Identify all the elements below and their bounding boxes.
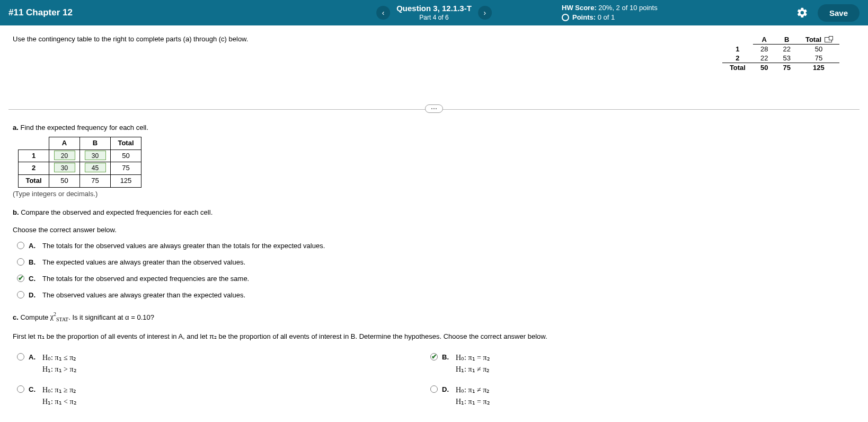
option-text: The totals for the observed and expected… bbox=[42, 274, 249, 285]
part-c-options: A.H₀: π₁ ≤ π₂H₁: π₁ > π₂ C.H₀: π₁ ≥ π₂H₁… bbox=[17, 347, 855, 414]
input-cell-1b: 30 bbox=[85, 151, 106, 160]
input-cell-2b: 45 bbox=[85, 163, 106, 172]
option-b[interactable]: B.The expected values are always greater… bbox=[17, 257, 855, 268]
exp-row1: 1 bbox=[19, 150, 49, 162]
part-b-choose: Choose the correct answer below. bbox=[13, 225, 855, 236]
table-cell[interactable]: 20 bbox=[49, 150, 80, 162]
gear-icon[interactable] bbox=[796, 7, 808, 19]
option-d[interactable]: D.H₀: π₁ ≠ π₂H₁: π₁ = π₂ bbox=[430, 384, 812, 408]
option-c[interactable]: C.H₀: π₁ ≥ π₂H₁: π₁ < π₂ bbox=[17, 384, 398, 408]
ct-row2: 2 bbox=[722, 54, 753, 63]
option-text: H₀: π₁ ≤ π₂H₁: π₁ > π₂ bbox=[42, 352, 77, 376]
table-cell[interactable]: 45 bbox=[80, 162, 111, 175]
table-cell: 75 bbox=[111, 162, 141, 175]
part-a-label: a. bbox=[13, 124, 19, 131]
input-cell-2a: 30 bbox=[54, 163, 75, 172]
part-c-pre: Compute bbox=[20, 313, 50, 321]
save-button[interactable]: Save bbox=[818, 4, 860, 22]
ct-col-b: B bbox=[775, 35, 798, 45]
radio-icon[interactable] bbox=[17, 353, 24, 361]
question-part: Part 4 of 6 bbox=[396, 14, 472, 22]
part-b-label: b. bbox=[13, 208, 19, 216]
part-c-post: . Is it significant at α = 0.10? bbox=[68, 313, 154, 321]
question-nav: ‹ Question 3, 12.1.3-T Part 4 of 6 › bbox=[376, 3, 492, 22]
ct-col-total: Total bbox=[798, 35, 839, 45]
part-c-label: c. bbox=[13, 313, 19, 321]
table-cell: 50 bbox=[49, 175, 80, 188]
ct-row-total: Total bbox=[722, 63, 753, 73]
radio-icon[interactable] bbox=[17, 258, 24, 266]
radio-icon[interactable] bbox=[17, 385, 24, 393]
part-c-hypotheses-prompt: First let π₁ be the proportion of all ev… bbox=[13, 331, 855, 342]
option-text: The observed values are always greater t… bbox=[42, 290, 245, 301]
exp-row-total: Total bbox=[19, 175, 49, 188]
radio-icon[interactable] bbox=[17, 242, 24, 249]
points-value: 0 of 1 bbox=[598, 13, 615, 21]
section-divider bbox=[8, 109, 860, 110]
table-cell: 50 bbox=[798, 45, 839, 54]
option-b[interactable]: B.H₀: π₁ = π₂H₁: π₁ ≠ π₂ bbox=[430, 352, 812, 376]
ct-col-a: A bbox=[753, 35, 775, 45]
more-icon[interactable] bbox=[425, 104, 443, 113]
hw-score-value: 20%, 2 of 10 points bbox=[598, 4, 657, 12]
table-cell: 22 bbox=[775, 45, 798, 54]
option-a[interactable]: A.H₀: π₁ ≤ π₂H₁: π₁ > π₂ bbox=[17, 352, 398, 376]
table-cell[interactable]: 30 bbox=[49, 162, 80, 175]
app-header: #11 Chapter 12 ‹ Question 3, 12.1.3-T Pa… bbox=[0, 0, 868, 25]
hw-score-label: HW Score: bbox=[562, 4, 597, 12]
prompt-row: Use the contingency table to the right t… bbox=[13, 35, 855, 72]
part-a-hint: (Type integers or decimals.) bbox=[13, 189, 855, 200]
points-icon bbox=[562, 14, 569, 21]
exp-row2: 2 bbox=[19, 162, 49, 175]
part-b-options: A.The totals for the observed values are… bbox=[17, 241, 855, 301]
score-block: HW Score: 20%, 2 of 10 points Points: 0 … bbox=[562, 3, 658, 22]
option-a[interactable]: A.The totals for the observed values are… bbox=[17, 241, 855, 252]
option-text: The totals for the observed values are a… bbox=[42, 241, 325, 252]
option-text: The expected values are always greater t… bbox=[42, 257, 245, 268]
option-d[interactable]: D.The observed values are always greater… bbox=[17, 290, 855, 301]
table-cell: 125 bbox=[111, 175, 141, 188]
table-cell: 75 bbox=[80, 175, 111, 188]
part-a: a. Find the expected frequency for each … bbox=[13, 122, 855, 200]
chi-stat-symbol: χ2STAT bbox=[50, 313, 68, 321]
radio-icon[interactable] bbox=[17, 291, 24, 298]
next-question-button[interactable]: › bbox=[478, 6, 492, 20]
question-body: Use the contingency table to the right t… bbox=[0, 25, 868, 422]
option-text: H₀: π₁ = π₂H₁: π₁ ≠ π₂ bbox=[456, 352, 490, 376]
option-text: H₀: π₁ ≥ π₂H₁: π₁ < π₂ bbox=[42, 384, 77, 408]
ct-row1: 1 bbox=[722, 45, 753, 54]
part-a-text: Find the expected frequency for each cel… bbox=[20, 124, 148, 131]
table-cell: 53 bbox=[775, 54, 798, 63]
exp-col-b: B bbox=[80, 137, 111, 150]
part-b: b. Compare the observed and expected fre… bbox=[13, 207, 855, 301]
points-label: Points: bbox=[572, 13, 596, 21]
table-cell: 125 bbox=[798, 63, 839, 73]
radio-icon[interactable] bbox=[17, 275, 24, 282]
input-cell-1a: 20 bbox=[54, 151, 75, 160]
expand-icon[interactable] bbox=[825, 37, 832, 42]
part-c: c. Compute χ2STAT. Is it significant at … bbox=[13, 311, 855, 422]
table-cell: 22 bbox=[753, 54, 775, 63]
part-b-text: Compare the observed and expected freque… bbox=[21, 208, 212, 216]
radio-icon[interactable] bbox=[430, 385, 438, 393]
table-cell: 50 bbox=[111, 150, 141, 162]
table-cell: 75 bbox=[775, 63, 798, 73]
table-cell: 50 bbox=[753, 63, 775, 73]
expected-freq-table: ABTotal 1203050 2304575 Total5075125 bbox=[18, 137, 141, 188]
exp-col-total: Total bbox=[111, 137, 141, 150]
prompt-text: Use the contingency table to the right t… bbox=[13, 35, 248, 43]
question-info: Question 3, 12.1.3-T Part 4 of 6 bbox=[396, 3, 472, 22]
hw-title: #11 Chapter 12 bbox=[8, 7, 73, 18]
table-cell: 75 bbox=[798, 54, 839, 63]
option-text: H₀: π₁ ≠ π₂H₁: π₁ = π₂ bbox=[456, 384, 490, 408]
contingency-table: ABTotal 1282250 2225375 Total5075125 bbox=[722, 35, 839, 72]
table-cell: 28 bbox=[753, 45, 775, 54]
option-c[interactable]: C.The totals for the observed and expect… bbox=[17, 274, 855, 285]
question-title: Question 3, 12.1.3-T bbox=[396, 3, 472, 14]
header-actions: Save bbox=[796, 4, 860, 22]
exp-col-a: A bbox=[49, 137, 80, 150]
prev-question-button[interactable]: ‹ bbox=[376, 6, 390, 20]
radio-icon[interactable] bbox=[430, 353, 438, 361]
table-cell[interactable]: 30 bbox=[80, 150, 111, 162]
